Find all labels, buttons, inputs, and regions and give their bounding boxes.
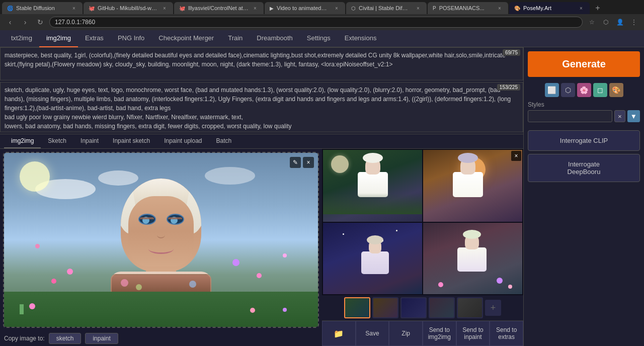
send-inpaint-button[interactable]: Send to inpaint bbox=[456, 321, 490, 346]
app: txt2img img2img Extras PNG Info Checkpoi… bbox=[0, 30, 644, 346]
style-icon-4[interactable]: ◻ bbox=[593, 83, 607, 97]
styles-apply-button[interactable]: ▼ bbox=[627, 110, 640, 122]
profile-button[interactable]: 👤 bbox=[614, 16, 626, 28]
gen-thumb-1[interactable] bbox=[344, 297, 370, 318]
gen-cell-3 bbox=[323, 223, 422, 295]
petal-2 bbox=[51, 279, 56, 284]
inner-tabs: img2img Sketch Inpaint Inpaint sketch In… bbox=[0, 134, 523, 149]
address-bar[interactable]: 127.0.0.1:7860 bbox=[49, 17, 583, 28]
gen-thumb-5[interactable] bbox=[457, 297, 483, 318]
browser-tab-4[interactable]: ▶ Video to animated GIF... × bbox=[265, 2, 345, 14]
copy-inpaint-button[interactable]: inpaint bbox=[85, 333, 118, 344]
styles-label: Styles bbox=[528, 101, 640, 108]
browser-tab-5[interactable]: ⬡ Civitai | Stable Diffusion... × bbox=[346, 2, 427, 14]
send-extras-button[interactable]: Send to extras bbox=[490, 321, 523, 346]
nav-tab-extensions[interactable]: Extensions bbox=[338, 30, 384, 47]
inner-tab-batch[interactable]: Batch bbox=[209, 134, 239, 148]
upload-zone[interactable]: ✎ × bbox=[3, 152, 319, 328]
menu-button[interactable]: ⋮ bbox=[628, 16, 640, 28]
gen-thumb-2[interactable] bbox=[372, 297, 398, 318]
tab-close-5[interactable]: × bbox=[415, 5, 422, 12]
styles-section: Styles × ▼ bbox=[524, 97, 644, 126]
generate-button[interactable]: Generate bbox=[528, 51, 640, 77]
browser-tab-7[interactable]: 🎨 PoseMy.Art × bbox=[509, 2, 590, 14]
styles-input-row: × ▼ bbox=[528, 110, 640, 122]
styles-field[interactable] bbox=[528, 110, 612, 122]
nav-tab-dreambooth[interactable]: Dreambooth bbox=[250, 30, 300, 47]
ground bbox=[4, 292, 318, 327]
nav-tab-train[interactable]: Train bbox=[221, 30, 250, 47]
styles-clear-button[interactable]: × bbox=[614, 110, 625, 122]
send-img2img-button[interactable]: Send to img2img bbox=[423, 321, 456, 346]
forward-button[interactable]: › bbox=[19, 16, 31, 28]
nav-tab-checkpoint[interactable]: Checkpoint Merger bbox=[151, 30, 221, 47]
interrogate-deepbooru-button[interactable]: Interrogate DeepBooru bbox=[528, 154, 640, 182]
grass-1 bbox=[20, 304, 24, 314]
content-row: ✎ × Copy image to: sketch inpaint × bbox=[0, 149, 523, 346]
head bbox=[121, 179, 201, 272]
folder-button[interactable]: 📁 bbox=[322, 321, 356, 346]
clear-button[interactable]: × bbox=[303, 157, 314, 168]
bookmark-button[interactable]: ☆ bbox=[586, 16, 598, 28]
browser-actions: ☆ ⬡ 👤 ⋮ bbox=[586, 16, 640, 28]
browser-tab-6[interactable]: P POSEMANIACS... × bbox=[428, 2, 508, 14]
gen-thumb-4[interactable] bbox=[429, 297, 455, 318]
inner-tab-inpaint-sketch[interactable]: Inpaint sketch bbox=[106, 134, 157, 148]
nav-tab-pnginfo[interactable]: PNG Info bbox=[111, 30, 151, 47]
nav-tab-settings[interactable]: Settings bbox=[300, 30, 338, 47]
inner-tab-sketch[interactable]: Sketch bbox=[41, 134, 73, 148]
browser-tab-1[interactable]: 🌀 Stable Diffusion × bbox=[2, 2, 83, 14]
nav-tab-img2img[interactable]: img2img bbox=[39, 30, 78, 47]
tab-close-6[interactable]: × bbox=[496, 5, 503, 12]
negative-prompt-counter: 153/225 bbox=[497, 84, 520, 91]
interrogate-section: Interrogate CLIP Interrogate DeepBooru bbox=[524, 126, 644, 186]
zip-button[interactable]: Zip bbox=[389, 321, 423, 346]
positive-prompt-input[interactable]: masterpiece, best quality, 1girl, (color… bbox=[0, 47, 523, 80]
style-icon-2[interactable]: ⬡ bbox=[561, 83, 575, 97]
petal-5 bbox=[283, 253, 287, 257]
tab-close-4[interactable]: × bbox=[333, 5, 340, 12]
tab-close-2[interactable]: × bbox=[161, 5, 168, 12]
gen-cell-4 bbox=[423, 223, 522, 295]
inner-tab-img2img[interactable]: img2img bbox=[4, 134, 41, 148]
copy-row: Copy image to: sketch inpaint bbox=[0, 331, 322, 346]
ground-flower-1 bbox=[29, 303, 35, 309]
nav-tab-extras[interactable]: Extras bbox=[78, 30, 111, 47]
browser-tab-2[interactable]: 🐙 GitHub - Mikubill/sd-webui-co... × bbox=[84, 2, 173, 14]
inner-tab-inpaint-upload[interactable]: Inpaint upload bbox=[157, 134, 209, 148]
eye-right bbox=[167, 214, 184, 225]
extension-button[interactable]: ⬡ bbox=[600, 16, 612, 28]
gen-thumb-add[interactable]: + bbox=[485, 300, 501, 316]
copy-sketch-button[interactable]: sketch bbox=[49, 333, 82, 344]
nose bbox=[157, 231, 165, 238]
gen-thumbnails: + bbox=[322, 295, 523, 320]
reload-button[interactable]: ↻ bbox=[34, 16, 46, 28]
icon-row: ⬜ ⬡ 🌸 ◻ 🎨 bbox=[524, 83, 644, 97]
browser-tabs: 🌀 Stable Diffusion × 🐙 GitHub - Mikubill… bbox=[0, 0, 644, 14]
edit-button[interactable]: ✎ bbox=[290, 157, 301, 168]
upload-controls: ✎ × bbox=[290, 157, 314, 168]
upload-area: ✎ × Copy image to: sketch inpaint bbox=[0, 149, 322, 346]
gen-thumb-3[interactable] bbox=[400, 297, 427, 318]
tab-close-3[interactable]: × bbox=[252, 5, 259, 12]
petal-4 bbox=[257, 273, 262, 278]
negative-prompt-input[interactable]: sketch, duplicate, ugly, huge eyes, text… bbox=[0, 82, 523, 132]
inner-tab-inpaint[interactable]: Inpaint bbox=[73, 134, 106, 148]
style-icon-5[interactable]: 🎨 bbox=[609, 83, 623, 97]
tab-close-1[interactable]: × bbox=[70, 5, 77, 12]
browser-tab-3[interactable]: 🐙 lllyasviel/ControlNet at main × bbox=[174, 2, 264, 14]
right-panel: Generate ⬜ ⬡ 🌸 ◻ 🎨 Styles × ▼ bbox=[523, 47, 644, 346]
petal-1 bbox=[67, 269, 73, 275]
tab-close-7[interactable]: × bbox=[578, 5, 585, 12]
positive-prompt-counter: 69/75 bbox=[503, 49, 520, 56]
close-generated-button[interactable]: × bbox=[511, 151, 521, 161]
new-tab-button[interactable]: + bbox=[591, 2, 605, 14]
eye-left bbox=[138, 214, 156, 225]
nav-tab-txt2img[interactable]: txt2img bbox=[4, 30, 39, 47]
style-icon-1[interactable]: ⬜ bbox=[545, 83, 559, 97]
positive-prompt-box: masterpiece, best quality, 1girl, (color… bbox=[0, 47, 523, 82]
interrogate-clip-button[interactable]: Interrogate CLIP bbox=[528, 130, 640, 151]
back-button[interactable]: ‹ bbox=[4, 16, 16, 28]
style-icon-3[interactable]: 🌸 bbox=[577, 83, 591, 97]
save-button[interactable]: Save bbox=[356, 321, 389, 346]
